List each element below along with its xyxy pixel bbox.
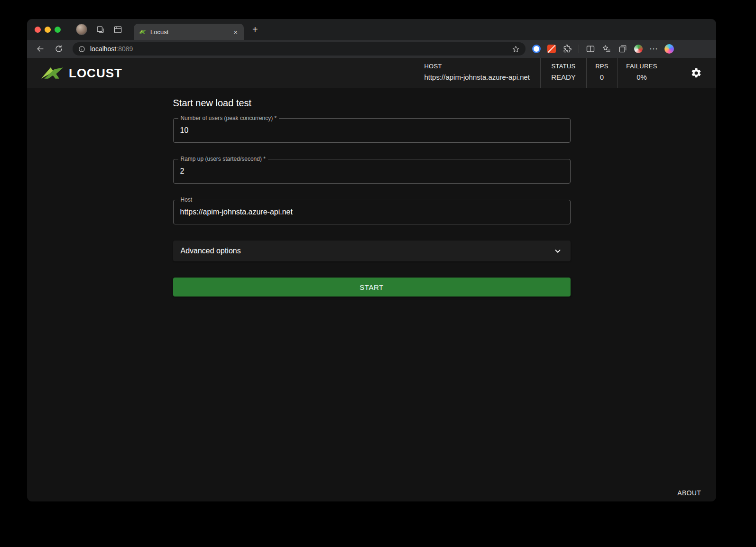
locust-brand[interactable]: LOCUST bbox=[40, 58, 122, 88]
host-field: Host bbox=[173, 200, 571, 224]
profile-avatar[interactable] bbox=[76, 24, 87, 35]
close-window-button[interactable] bbox=[35, 27, 41, 33]
stat-rps-label: RPS bbox=[595, 63, 608, 70]
stat-host: HOST https://apim-johnsta.azure-api.net bbox=[424, 58, 540, 88]
rampup-input[interactable] bbox=[174, 159, 570, 183]
split-screen-icon[interactable] bbox=[586, 44, 595, 54]
tab-search-icon[interactable] bbox=[113, 25, 122, 34]
advanced-options-accordion[interactable]: Advanced options bbox=[173, 241, 571, 261]
new-tab-button[interactable]: + bbox=[252, 25, 258, 34]
url-host: localhost bbox=[90, 45, 116, 53]
rampup-field: Ramp up (users started/second) * bbox=[173, 159, 571, 184]
favorites-icon[interactable] bbox=[602, 44, 611, 54]
stat-status-label: STATUS bbox=[551, 63, 575, 70]
extensions-puzzle-icon[interactable] bbox=[562, 44, 572, 54]
start-button[interactable]: START bbox=[173, 278, 571, 297]
users-input[interactable] bbox=[174, 119, 570, 142]
site-info-icon[interactable] bbox=[78, 46, 85, 53]
tab-title: Locust bbox=[150, 28, 232, 36]
refresh-icon[interactable] bbox=[55, 45, 63, 53]
toolbar-divider bbox=[579, 45, 579, 53]
host-input[interactable] bbox=[174, 200, 570, 224]
locust-logo-icon bbox=[40, 66, 64, 80]
workspaces-icon[interactable] bbox=[96, 25, 105, 34]
address-bar[interactable]: localhost:8089 bbox=[73, 42, 526, 56]
users-field-label: Number of users (peak concurrency) * bbox=[178, 115, 279, 121]
stat-rps-value: 0 bbox=[600, 73, 604, 81]
back-icon[interactable] bbox=[36, 44, 45, 54]
users-field: Number of users (peak concurrency) * bbox=[173, 118, 571, 143]
stat-host-label: HOST bbox=[424, 63, 442, 70]
stat-status: STATUS READY bbox=[541, 58, 586, 88]
stat-rps: RPS 0 bbox=[587, 58, 617, 88]
chevron-down-icon bbox=[553, 246, 563, 256]
advanced-options-label: Advanced options bbox=[181, 247, 553, 255]
locust-favicon bbox=[138, 29, 147, 35]
tab-strip: Locust × + bbox=[27, 19, 716, 40]
more-menu-icon[interactable]: ⋯ bbox=[649, 45, 658, 53]
page-content: Start new load test Number of users (pea… bbox=[27, 88, 716, 501]
collections-icon[interactable] bbox=[618, 44, 627, 54]
stat-failures-value: 0% bbox=[636, 73, 647, 81]
bookmark-star-icon[interactable] bbox=[512, 45, 520, 53]
rampup-field-label: Ramp up (users started/second) * bbox=[178, 156, 268, 162]
stat-failures-label: FAILURES bbox=[626, 63, 657, 70]
copilot-icon[interactable] bbox=[664, 44, 674, 54]
browser-toolbar: localhost:8089 bbox=[27, 40, 716, 58]
extension-icon-blue[interactable] bbox=[532, 45, 541, 53]
tab-locust[interactable]: Locust × bbox=[134, 24, 244, 40]
stat-failures: FAILURES 0% bbox=[618, 58, 666, 88]
stat-status-value: READY bbox=[551, 73, 576, 81]
about-link[interactable]: ABOUT bbox=[677, 489, 701, 497]
zoom-window-button[interactable] bbox=[55, 27, 61, 33]
locust-header: LOCUST HOST https://apim-johnsta.azure-a… bbox=[27, 58, 716, 88]
start-test-form: Start new load test Number of users (pea… bbox=[173, 88, 571, 297]
browser-window: Locust × + localhost:8089 bbox=[27, 19, 716, 501]
settings-gear-icon[interactable] bbox=[691, 58, 702, 88]
extension-icon-orange[interactable] bbox=[547, 45, 556, 53]
brand-name: LOCUST bbox=[69, 66, 122, 81]
stat-host-value: https://apim-johnsta.azure-api.net bbox=[424, 73, 530, 81]
url-port: :8089 bbox=[116, 45, 133, 53]
close-tab-icon[interactable]: × bbox=[232, 28, 239, 36]
host-field-label: Host bbox=[178, 196, 195, 203]
page-title: Start new load test bbox=[173, 98, 571, 109]
minimize-window-button[interactable] bbox=[45, 27, 51, 33]
extension-icon-colorful[interactable] bbox=[634, 45, 643, 53]
